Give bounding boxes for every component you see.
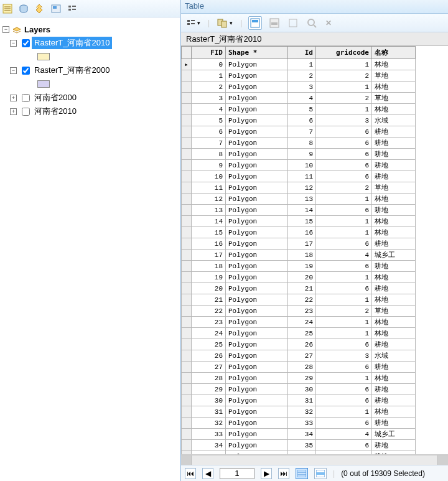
row-selector[interactable] [182,440,192,451]
switch-selection-button[interactable] [268,17,281,29]
table-row[interactable]: 1Polygon22草地 [182,70,416,82]
table-options-button[interactable]: ▾ [185,17,202,29]
table-row[interactable]: 22Polygon232草地 [182,306,416,317]
row-selector[interactable] [182,227,192,238]
list-by-selection-icon[interactable] [51,4,61,14]
row-selector[interactable] [182,93,192,104]
table-row[interactable]: 2Polygon31林地 [182,82,416,93]
row-selector[interactable] [182,171,192,182]
layer-visibility-checkbox[interactable] [22,108,30,116]
table-row[interactable]: 11Polygon122草地 [182,182,416,194]
table-row[interactable]: 26Polygon273水域 [182,350,416,362]
col-header-id[interactable]: Id [288,47,316,59]
prev-record-button[interactable]: ◀ [202,468,213,479]
collapse-icon[interactable]: − [10,40,17,47]
row-selector[interactable] [182,395,192,406]
row-selector[interactable] [182,429,192,440]
row-selector[interactable] [182,194,192,205]
row-selector[interactable] [182,418,192,429]
table-row[interactable]: 12Polygon131林地 [182,194,416,205]
row-selector[interactable] [182,82,192,93]
row-selector[interactable]: ▸ [182,59,192,70]
select-by-attributes-button[interactable] [248,16,262,30]
show-selected-records-button[interactable] [314,468,327,479]
table-row[interactable]: 16Polygon176耕地 [182,238,416,250]
row-selector[interactable] [182,339,192,350]
table-row[interactable]: 15Polygon161林地 [182,227,416,238]
table-row[interactable]: 8Polygon96耕地 [182,149,416,160]
tree-item-raster2000[interactable]: − RasterT_河南省2000 [2,63,177,77]
row-selector[interactable] [182,362,192,373]
row-selector[interactable] [182,261,192,272]
row-selector[interactable] [182,182,192,194]
table-row[interactable]: 13Polygon146耕地 [182,205,416,216]
row-selector[interactable] [182,126,192,138]
list-by-source-icon[interactable] [19,4,29,14]
table-row[interactable]: 27Polygon286耕地 [182,362,416,373]
col-header-shape[interactable]: Shape * [226,47,288,59]
row-selector[interactable] [182,406,192,418]
col-header-gridcode[interactable]: gridcode [316,47,372,59]
related-tables-button[interactable]: ▾ [216,17,234,29]
table-row[interactable]: 18Polygon196耕地 [182,261,416,272]
row-selector[interactable] [182,317,192,328]
table-row[interactable]: 3Polygon42草地 [182,93,416,104]
first-record-button[interactable]: ⏮ [185,468,196,479]
table-row[interactable]: 32Polygon336耕地 [182,418,416,429]
row-selector[interactable] [182,384,192,395]
tree-item-henan2010[interactable]: + 河南省2010 [2,105,177,118]
row-selector[interactable] [182,70,192,82]
table-row[interactable]: 4Polygon51林地 [182,104,416,115]
table-row[interactable]: 20Polygon216耕地 [182,283,416,294]
tree-root[interactable]: − Layers [2,22,177,36]
table-row[interactable]: 19Polygon201林地 [182,272,416,283]
row-selector[interactable] [182,350,192,362]
table-row[interactable]: 33Polygon344城乡工 [182,429,416,440]
expand-icon[interactable]: + [10,95,17,101]
next-record-button[interactable]: ▶ [261,468,272,479]
table-row[interactable]: 25Polygon266耕地 [182,339,416,350]
layer-visibility-checkbox[interactable] [22,94,30,102]
table-tab[interactable]: RasterT_河南省2010 [181,32,448,46]
row-selector[interactable] [182,238,192,250]
table-row[interactable]: 30Polygon316耕地 [182,395,416,406]
layer-visibility-checkbox[interactable] [22,67,30,75]
expand-icon[interactable]: + [10,108,17,115]
row-selector[interactable] [182,205,192,216]
row-selector[interactable] [182,104,192,115]
row-selector[interactable] [182,250,192,261]
row-selector[interactable] [182,115,192,126]
delete-selected-button[interactable]: ✕ [324,17,333,29]
table-row[interactable]: 24Polygon251林地 [182,328,416,339]
clear-selection-button[interactable] [287,17,299,29]
table-row[interactable]: 21Polygon221林地 [182,294,416,306]
collapse-icon[interactable]: − [10,67,17,74]
collapse-icon[interactable]: − [2,26,9,33]
tree-item-raster2010[interactable]: − RasterT_河南省2010 [2,36,177,50]
table-row[interactable]: 17Polygon184城乡工 [182,250,416,261]
row-selector[interactable] [182,328,192,339]
current-record-input[interactable] [220,468,254,479]
list-by-visibility-icon[interactable] [35,4,45,14]
row-selector[interactable] [182,294,192,306]
options-icon[interactable] [67,4,77,14]
table-row[interactable]: ▸0Polygon11林地 [182,59,416,70]
table-row[interactable]: 34Polygon356耕地 [182,440,416,451]
table-row[interactable]: 28Polygon291林地 [182,373,416,384]
last-record-button[interactable]: ⏭ [278,468,289,479]
show-all-records-button[interactable] [296,468,308,479]
row-selector[interactable] [182,373,192,384]
layer-visibility-checkbox[interactable] [22,39,30,47]
tree-item-henan2000[interactable]: + 河南省2000 [2,91,177,105]
attribute-grid[interactable]: FID Shape * Id gridcode 名称 ▸0Polygon11林地… [181,46,448,455]
list-by-drawing-order-icon[interactable] [2,4,12,14]
zoom-selected-button[interactable] [306,17,318,29]
row-selector[interactable] [182,283,192,294]
table-row[interactable]: 14Polygon151林地 [182,216,416,227]
table-row[interactable]: 6Polygon76耕地 [182,126,416,138]
table-row[interactable]: 9Polygon106耕地 [182,160,416,171]
col-header-fid[interactable]: FID [192,47,226,59]
col-header-name[interactable]: 名称 [372,47,416,59]
table-row[interactable]: 10Polygon116耕地 [182,171,416,182]
table-row[interactable]: 7Polygon86耕地 [182,138,416,149]
